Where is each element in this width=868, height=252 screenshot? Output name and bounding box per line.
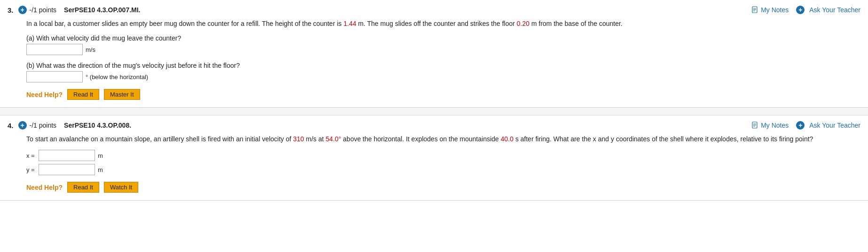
question-3: 3. + -/1 points SerPSE10 4.3.OP.007.MI. … bbox=[0, 0, 868, 108]
q3-sub-b-label: (b) What was the direction of the mug's … bbox=[26, 62, 860, 69]
question-3-header-right: My Notes + Ask Your Teacher bbox=[751, 6, 860, 14]
question-3-points: -/1 points bbox=[30, 6, 57, 14]
ask-teacher-label-q3: Ask Your Teacher bbox=[809, 6, 860, 14]
question-3-problem-id: SerPSE10 4.3.OP.007.MI. bbox=[64, 6, 140, 14]
q3-value-2: 0.20 bbox=[517, 20, 529, 27]
q4-x-unit: m bbox=[98, 152, 103, 159]
q4-text-3: above the horizontal. It explodes on the… bbox=[341, 135, 500, 143]
q3-sub-a-unit: m/s bbox=[86, 46, 95, 53]
q4-y-unit: m bbox=[98, 166, 103, 173]
q3-sub-b: (b) What was the direction of the mug's … bbox=[26, 62, 860, 82]
q4-y-label: y = bbox=[26, 166, 36, 173]
question-4-header: 4. + -/1 points SerPSE10 4.3.OP.008. My … bbox=[8, 121, 860, 130]
ask-teacher-icon-q4: + bbox=[796, 121, 805, 130]
q4-read-it-btn[interactable]: Read It bbox=[67, 182, 99, 193]
question-4-body: To start an avalanche on a mountain slop… bbox=[8, 134, 860, 193]
q4-text-4: s after firing. What are the x and y coo… bbox=[513, 135, 813, 143]
ask-teacher-btn-q3[interactable]: + Ask Your Teacher bbox=[796, 6, 860, 14]
q4-x-label: x = bbox=[26, 152, 36, 159]
document-icon-q3 bbox=[751, 6, 759, 14]
question-4-points: -/1 points bbox=[30, 122, 57, 129]
q4-need-help-row: Need Help? Read It Watch It bbox=[26, 182, 860, 193]
my-notes-label-q3: My Notes bbox=[761, 6, 789, 14]
add-icon-q3[interactable]: + bbox=[18, 6, 27, 14]
q3-value-1: 1.44 bbox=[343, 20, 356, 27]
ask-teacher-icon-q3: + bbox=[796, 6, 805, 14]
question-4-text: To start an avalanche on a mountain slop… bbox=[26, 134, 860, 144]
question-4-number: 4. bbox=[8, 122, 14, 130]
q4-y-row: y = m bbox=[26, 164, 860, 175]
q3-master-it-btn[interactable]: Master It bbox=[104, 89, 140, 100]
question-4-problem-id: SerPSE10 4.3.OP.008. bbox=[64, 122, 131, 129]
q3-sub-a-input[interactable] bbox=[26, 44, 83, 55]
q4-y-input[interactable] bbox=[39, 164, 95, 175]
q4-value-2: 54.0° bbox=[326, 135, 341, 143]
question-3-number: 3. bbox=[8, 6, 14, 14]
document-icon-q4 bbox=[751, 122, 759, 129]
q4-x-input[interactable] bbox=[39, 150, 95, 161]
my-notes-label-q4: My Notes bbox=[761, 122, 789, 129]
q4-x-row: x = m bbox=[26, 150, 860, 161]
q3-need-help-row: Need Help? Read It Master It bbox=[26, 89, 860, 100]
q3-sub-a-label: (a) With what velocity did the mug leave… bbox=[26, 34, 860, 42]
q3-text-2: m. The mug slides off the counter and st… bbox=[356, 20, 517, 27]
q4-xy-inputs: x = m y = m bbox=[26, 150, 860, 175]
q4-value-1: 310 bbox=[293, 135, 304, 143]
q4-value-3: 40.0 bbox=[501, 135, 513, 143]
add-icon-q4[interactable]: + bbox=[18, 121, 27, 130]
question-3-body: In a local bar, a customer slides an emp… bbox=[8, 19, 860, 100]
q3-text-1: In a local bar, a customer slides an emp… bbox=[26, 20, 343, 27]
ask-teacher-label-q4: Ask Your Teacher bbox=[809, 122, 860, 129]
q3-sub-b-unit: ° (below the horizontal) bbox=[86, 73, 148, 81]
my-notes-btn-q3[interactable]: My Notes bbox=[751, 6, 789, 14]
q3-sub-b-input[interactable] bbox=[26, 71, 83, 82]
my-notes-btn-q4[interactable]: My Notes bbox=[751, 122, 789, 129]
question-4-header-right: My Notes + Ask Your Teacher bbox=[751, 121, 860, 130]
q3-sub-a-row: m/s bbox=[26, 44, 860, 55]
q3-sub-a: (a) With what velocity did the mug leave… bbox=[26, 34, 860, 55]
q3-read-it-btn[interactable]: Read It bbox=[67, 89, 99, 100]
q3-need-help-label: Need Help? bbox=[26, 91, 63, 98]
q4-watch-it-btn[interactable]: Watch It bbox=[104, 182, 138, 193]
question-3-header: 3. + -/1 points SerPSE10 4.3.OP.007.MI. … bbox=[8, 6, 860, 14]
question-4: 4. + -/1 points SerPSE10 4.3.OP.008. My … bbox=[0, 115, 868, 201]
q4-text-1: To start an avalanche on a mountain slop… bbox=[26, 135, 293, 143]
spacer bbox=[0, 108, 868, 115]
q3-text-3: m from the base of the counter. bbox=[529, 20, 623, 27]
ask-teacher-btn-q4[interactable]: + Ask Your Teacher bbox=[796, 121, 860, 130]
q4-text-2: m/s at bbox=[304, 135, 326, 143]
q3-sub-b-row: ° (below the horizontal) bbox=[26, 71, 860, 82]
question-3-text: In a local bar, a customer slides an emp… bbox=[26, 19, 860, 29]
q4-need-help-label: Need Help? bbox=[26, 184, 63, 191]
